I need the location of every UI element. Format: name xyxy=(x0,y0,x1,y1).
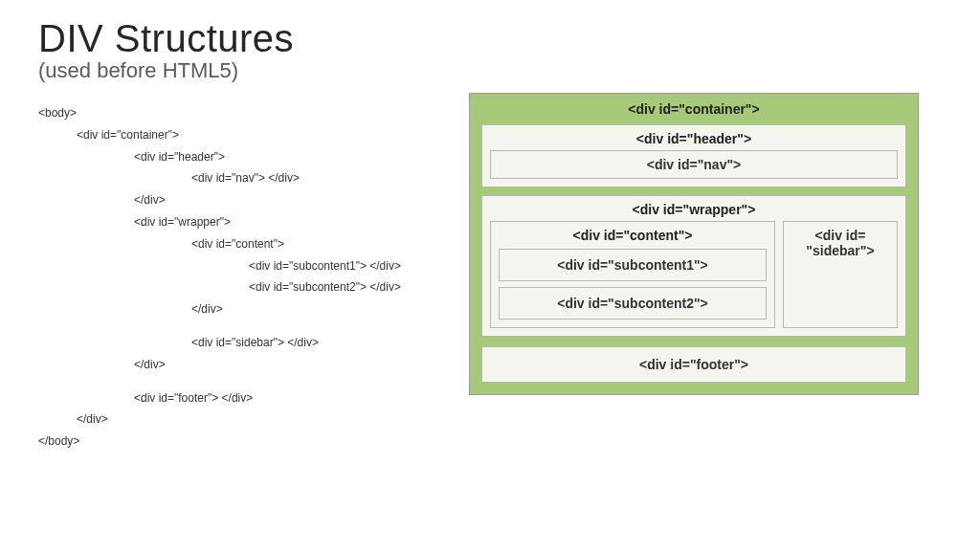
diagram-footer-box: <div id="footer"> xyxy=(481,346,906,383)
code-line: <div id="sidebar"> </div> xyxy=(38,332,440,354)
code-line: <body> xyxy=(38,102,440,124)
diagram-container: <div id="container"> <div id="header"> <… xyxy=(469,93,919,395)
code-line: </div> xyxy=(38,408,440,430)
code-line: <div id="content"> xyxy=(38,233,440,255)
code-line: <div id="wrapper"> xyxy=(38,211,440,233)
diagram-sidebar-box: <div id= "sidebar"> xyxy=(783,221,898,328)
code-line: <div id="header"> xyxy=(38,146,440,168)
diagram-content-box: <div id="content"> <div id="subcontent1"… xyxy=(490,221,775,328)
diagram-label-sidebar-line1: <div id= xyxy=(790,228,891,243)
code-line: <div id="nav"> </div> xyxy=(38,167,440,189)
code-line: <div id="subcontent2"> </div> xyxy=(38,276,440,298)
code-line: <div id="container"> xyxy=(38,124,440,146)
diagram-label-header: <div id="header"> xyxy=(490,131,898,146)
slide-title: DIV Structures xyxy=(38,17,942,60)
title-block: DIV Structures (used before HTML5) xyxy=(38,17,942,83)
diagram-label-sidebar-line2: "sidebar"> xyxy=(790,243,891,258)
diagram-wrapper-box: <div id="wrapper"> <div id="content"> <d… xyxy=(481,195,906,337)
diagram-subcontent1-box: <div id="subcontent1"> xyxy=(499,249,767,281)
diagram-nav-box: <div id="nav"> xyxy=(490,150,898,179)
diagram-label-container: <div id="container"> xyxy=(481,101,906,117)
code-line: <div id="subcontent1"> </div> xyxy=(38,255,440,277)
diagram-label-wrapper: <div id="wrapper"> xyxy=(490,202,898,217)
code-line: </div> xyxy=(38,189,440,211)
diagram-wrapper-inner: <div id="content"> <div id="subcontent1"… xyxy=(490,221,898,328)
code-line: </body> xyxy=(38,430,440,452)
slide-content: <body> <div id="container"> <div id="hea… xyxy=(38,93,942,532)
diagram-label-content: <div id="content"> xyxy=(499,228,767,243)
slide: DIV Structures (used before HTML5) <body… xyxy=(0,0,980,551)
code-listing: <body> <div id="container"> <div id="hea… xyxy=(38,93,440,452)
code-line: <div id="footer"> </div> xyxy=(38,387,440,409)
code-line: </div> xyxy=(38,354,440,376)
code-line: </div> xyxy=(38,298,440,320)
diagram-subcontent2-box: <div id="subcontent2"> xyxy=(499,287,767,320)
slide-subtitle: (used before HTML5) xyxy=(38,58,942,83)
diagram-header-box: <div id="header"> <div id="nav"> xyxy=(481,124,906,187)
